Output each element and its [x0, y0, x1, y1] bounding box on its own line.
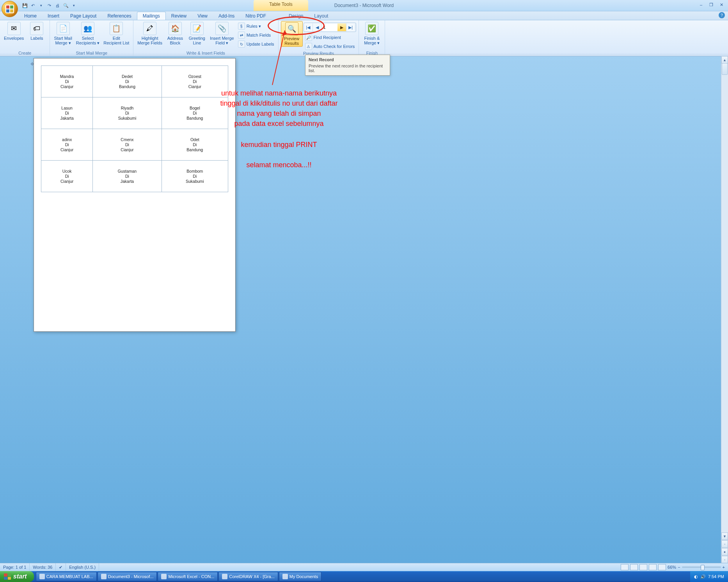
start-mail-merge-button[interactable]: 📄Start Mail Merge ▾: [52, 21, 73, 46]
system-tray[interactable]: ◐ 🔊 7:54 PM: [690, 571, 728, 582]
app-icon: [161, 574, 167, 579]
tab-references[interactable]: References: [102, 12, 137, 20]
zoom-in-button[interactable]: +: [723, 565, 725, 570]
label-cell[interactable]: CmenxDiCianjur: [93, 129, 162, 161]
status-language[interactable]: English (U.S.): [66, 563, 99, 571]
find-recipient-button[interactable]: 🔎Find Recipient: [304, 33, 357, 42]
labels-button[interactable]: 🏷Labels: [26, 21, 47, 41]
record-number-input[interactable]: [322, 24, 337, 31]
label-cell[interactable]: MandraDiCianjur: [41, 66, 93, 97]
select-recipients-button[interactable]: 👥Select Recipients ▾: [75, 21, 101, 46]
help-button[interactable]: ?: [719, 12, 725, 18]
group-create: ✉Envelopes 🏷Labels Create: [0, 20, 50, 56]
tab-nitro-pdf[interactable]: Nitro PDF: [240, 12, 272, 20]
auto-check-errors-button[interactable]: ⚠Auto Check for Errors: [304, 42, 357, 51]
label-cell[interactable]: adinxDiCianjur: [41, 129, 93, 161]
qat-save[interactable]: 💾: [22, 3, 28, 9]
greeting-icon: 📝: [190, 22, 204, 35]
taskbar-item[interactable]: Microsoft Excel - CON...: [158, 572, 218, 581]
tab-home[interactable]: Home: [19, 12, 42, 20]
label-cell[interactable]: LasunDiJakarta: [41, 97, 93, 129]
zoom-level[interactable]: 66%: [668, 565, 676, 570]
taskbar-item[interactable]: My Documents: [279, 572, 321, 581]
start-button[interactable]: start: [0, 571, 34, 582]
vertical-scrollbar[interactable]: ▲ ▼ ◦ ● ◦: [721, 56, 728, 563]
tray-icon[interactable]: 🔊: [700, 574, 706, 579]
taskbar-item[interactable]: CorelDRAW X4 - [Gra...: [218, 572, 278, 581]
group-finish: ✅Finish & Merge ▾ Finish: [359, 20, 385, 56]
greeting-line-button[interactable]: 📝Greeting Line: [186, 21, 208, 46]
group-preview-results: 🔍Preview Results |◀ ◀ ▶ ▶| 🔎Find Recipie…: [279, 20, 359, 56]
update-labels-button[interactable]: ↻Update Labels: [236, 40, 276, 48]
insert-merge-field-button[interactable]: 📎Insert Merge Field ▾: [208, 21, 236, 46]
qat-undo[interactable]: ↶: [30, 3, 36, 9]
envelopes-button[interactable]: ✉Envelopes: [2, 21, 25, 41]
view-outline[interactable]: [649, 564, 657, 570]
app-icon: [282, 574, 288, 579]
label-cell[interactable]: DedetDiBandung: [93, 66, 162, 97]
window-controls: – ❐ ✕: [697, 2, 726, 8]
tab-insert[interactable]: Insert: [42, 12, 65, 20]
finish-merge-button[interactable]: ✅Finish & Merge ▾: [361, 21, 382, 46]
qat-preview[interactable]: 🔍: [63, 3, 69, 9]
highlight-merge-fields-button[interactable]: 🖍Highlight Merge Fields: [136, 21, 164, 46]
qat-print[interactable]: 🖨: [55, 3, 60, 9]
minimize-button[interactable]: –: [697, 2, 705, 8]
label-cell[interactable]: UcokDiCianjur: [41, 161, 93, 192]
prev-record-button[interactable]: ◀: [313, 23, 322, 31]
taskbar-item[interactable]: Document3 - Microsof...: [98, 572, 157, 581]
view-draft[interactable]: [658, 564, 666, 570]
group-label: Start Mail Merge: [52, 50, 131, 56]
first-record-button[interactable]: |◀: [304, 23, 313, 31]
windows-taskbar: start CARA MEMBUAT LAB...Document3 - Mic…: [0, 571, 728, 582]
edit-recipient-list-button[interactable]: 📋Edit Recipient List: [102, 21, 131, 46]
close-button[interactable]: ✕: [717, 2, 726, 8]
view-web-layout[interactable]: [639, 564, 647, 570]
taskbar-item[interactable]: CARA MEMBUAT LAB...: [36, 572, 97, 581]
mail-merge-icon: 📄: [57, 22, 70, 35]
preview-results-button[interactable]: 🔍Preview Results: [281, 21, 303, 47]
update-icon: ↻: [238, 41, 245, 48]
address-icon: 🏠: [169, 22, 182, 35]
status-proofing[interactable]: ✔: [56, 563, 66, 571]
qat-customize[interactable]: ▾: [71, 3, 77, 9]
office-button[interactable]: [2, 1, 18, 17]
tray-clock[interactable]: 7:54 PM: [708, 574, 724, 579]
app-icon: [222, 574, 227, 579]
tab-mailings[interactable]: Mailings: [137, 12, 166, 20]
zoom-out-button[interactable]: −: [678, 565, 680, 570]
zoom-thumb[interactable]: [701, 565, 705, 570]
label-cell[interactable]: GustamanDiJakarta: [93, 161, 162, 192]
scroll-thumb[interactable]: [722, 63, 728, 75]
preview-icon: 🔍: [285, 22, 298, 35]
label-cell[interactable]: RiyadhDiSukabumi: [93, 97, 162, 129]
address-block-button[interactable]: 🏠Address Block: [165, 21, 186, 46]
tab-page-layout[interactable]: Page Layout: [65, 12, 102, 20]
tab-view[interactable]: View: [192, 12, 213, 20]
scroll-up-button[interactable]: ▲: [721, 56, 728, 64]
tooltip-body: Preview the next record in the recipient…: [309, 64, 387, 73]
browse-object-button[interactable]: ●: [721, 548, 728, 555]
last-record-button[interactable]: ▶|: [346, 23, 355, 31]
restore-button[interactable]: ❐: [707, 2, 716, 8]
scroll-down-button[interactable]: ▼: [721, 532, 728, 540]
office-logo-icon: [5, 5, 14, 13]
status-page[interactable]: Page: 1 of 1: [0, 563, 30, 571]
tab-addins[interactable]: Add-Ins: [213, 12, 240, 20]
qat-redo[interactable]: ↷: [46, 3, 52, 9]
document-area: ✥ MandraDiCianjurDedetDiBandungOzoestDiC…: [0, 56, 728, 563]
rules-button[interactable]: §Rules ▾: [236, 22, 276, 30]
status-words[interactable]: Words: 36: [30, 563, 56, 571]
qat-undo-dd[interactable]: ▾: [38, 3, 44, 9]
match-fields-button[interactable]: ⇄Match Fields: [236, 31, 276, 39]
next-record-button[interactable]: ▶: [337, 23, 346, 31]
zoom-slider[interactable]: [682, 566, 721, 568]
tab-table-layout[interactable]: Layout: [309, 12, 334, 20]
tab-review[interactable]: Review: [166, 12, 192, 20]
view-print-layout[interactable]: [621, 564, 629, 570]
view-full-screen[interactable]: [630, 564, 638, 570]
prev-page-button[interactable]: ◦: [721, 540, 728, 548]
next-page-button[interactable]: ◦: [721, 556, 728, 563]
tab-table-design[interactable]: Design: [283, 12, 309, 20]
tray-icon[interactable]: ◐: [694, 574, 698, 579]
